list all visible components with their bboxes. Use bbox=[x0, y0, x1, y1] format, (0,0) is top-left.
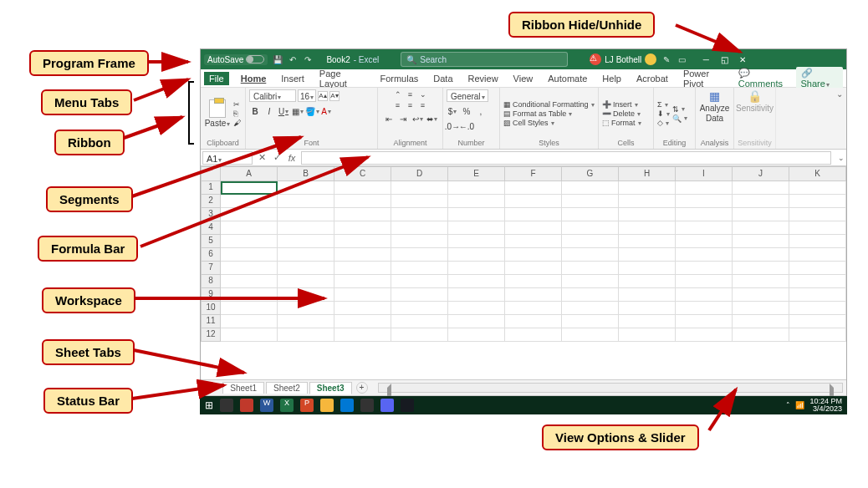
row-header[interactable]: 4 bbox=[201, 221, 221, 235]
cell[interactable] bbox=[391, 328, 448, 342]
cell[interactable] bbox=[391, 195, 448, 208]
tab-power-pivot[interactable]: Power Pivot bbox=[680, 67, 730, 90]
tab-home[interactable]: Home bbox=[237, 72, 270, 85]
sort-filter-icon[interactable]: ⇅ bbox=[672, 105, 687, 114]
cell[interactable] bbox=[505, 302, 562, 315]
comma-icon[interactable]: , bbox=[475, 105, 487, 117]
cell[interactable] bbox=[562, 181, 619, 195]
account-button[interactable]: ⚠ LJ Bothell bbox=[590, 53, 656, 65]
row-header[interactable]: 3 bbox=[201, 208, 221, 221]
tab-automate[interactable]: Automate bbox=[544, 72, 590, 85]
cell[interactable] bbox=[789, 288, 846, 302]
cell[interactable] bbox=[334, 328, 391, 342]
cell[interactable] bbox=[221, 302, 278, 315]
tray-chevron-icon[interactable]: ˄ bbox=[786, 401, 790, 409]
tab-help[interactable]: Help bbox=[599, 72, 625, 85]
cell[interactable] bbox=[789, 248, 846, 262]
cell[interactable] bbox=[733, 302, 789, 315]
cell[interactable] bbox=[448, 328, 505, 342]
cell[interactable] bbox=[391, 262, 448, 275]
cell[interactable] bbox=[505, 315, 562, 328]
cell[interactable] bbox=[391, 302, 448, 315]
cell[interactable] bbox=[278, 328, 334, 342]
cell[interactable] bbox=[278, 235, 334, 248]
cell[interactable] bbox=[619, 235, 676, 248]
cell[interactable] bbox=[619, 288, 676, 302]
cell[interactable] bbox=[278, 248, 334, 262]
cell[interactable] bbox=[676, 262, 733, 275]
save-icon[interactable]: 💾 bbox=[273, 54, 283, 64]
cell-styles-button[interactable]: ▨ Cell Styles bbox=[503, 119, 595, 127]
column-header[interactable]: A bbox=[221, 166, 278, 181]
sheet-tab-3[interactable]: Sheet3 bbox=[309, 382, 352, 394]
percent-icon[interactable]: % bbox=[461, 105, 472, 117]
steam-icon[interactable] bbox=[401, 399, 414, 412]
cell[interactable] bbox=[562, 315, 619, 328]
conditional-formatting-button[interactable]: ▦ Conditional Formatting bbox=[503, 100, 595, 109]
cell[interactable] bbox=[221, 248, 278, 262]
cell[interactable] bbox=[789, 262, 846, 275]
cell[interactable] bbox=[619, 275, 676, 288]
row-header[interactable]: 6 bbox=[201, 248, 221, 262]
task-view-icon[interactable] bbox=[220, 399, 233, 412]
horizontal-scrollbar[interactable] bbox=[378, 383, 843, 393]
cell[interactable] bbox=[221, 208, 278, 221]
cell[interactable] bbox=[448, 195, 505, 208]
font-color-icon[interactable]: A bbox=[320, 105, 332, 117]
cell[interactable] bbox=[619, 195, 676, 208]
cut-icon[interactable]: ✂ bbox=[233, 100, 241, 109]
borders-icon[interactable]: ▦ bbox=[292, 105, 304, 117]
cell[interactable] bbox=[448, 235, 505, 248]
analyze-data-icon[interactable]: ▦ bbox=[709, 89, 720, 103]
cell[interactable] bbox=[733, 208, 789, 221]
cell[interactable] bbox=[505, 208, 562, 221]
cell[interactable] bbox=[619, 208, 676, 221]
row-header[interactable]: 10 bbox=[201, 302, 221, 315]
tab-view[interactable]: View bbox=[510, 72, 537, 85]
tab-formulas[interactable]: Formulas bbox=[376, 72, 421, 85]
cell[interactable] bbox=[334, 208, 391, 221]
cell[interactable] bbox=[562, 208, 619, 221]
cell[interactable] bbox=[221, 195, 278, 208]
row-header[interactable]: 2 bbox=[201, 195, 221, 208]
cell[interactable] bbox=[619, 262, 676, 275]
cell[interactable] bbox=[448, 288, 505, 302]
cell[interactable] bbox=[562, 302, 619, 315]
format-as-table-button[interactable]: ▤ Format as Table bbox=[503, 109, 595, 118]
app-icon[interactable] bbox=[320, 399, 334, 412]
cell[interactable] bbox=[676, 315, 733, 328]
increase-font-icon[interactable]: A▴ bbox=[318, 91, 328, 101]
decrease-font-icon[interactable]: A▾ bbox=[329, 91, 340, 101]
cell[interactable] bbox=[789, 195, 846, 208]
column-header[interactable]: C bbox=[334, 166, 391, 181]
cell[interactable] bbox=[334, 235, 391, 248]
row-header[interactable]: 8 bbox=[201, 275, 221, 288]
row-header[interactable]: 5 bbox=[201, 235, 221, 248]
cell[interactable] bbox=[221, 262, 278, 275]
cell[interactable] bbox=[391, 315, 448, 328]
cell[interactable] bbox=[733, 262, 789, 275]
autosum-icon[interactable]: Σ bbox=[657, 100, 670, 109]
cell[interactable] bbox=[619, 328, 676, 342]
app-icon[interactable] bbox=[340, 399, 354, 412]
cell[interactable] bbox=[733, 195, 789, 208]
column-header[interactable]: H bbox=[619, 166, 676, 181]
cell[interactable] bbox=[334, 221, 391, 235]
cell[interactable] bbox=[221, 328, 278, 342]
cell[interactable] bbox=[562, 328, 619, 342]
decrease-indent-icon[interactable]: ⇤ bbox=[383, 113, 395, 125]
cell[interactable] bbox=[562, 221, 619, 235]
font-size-select[interactable]: 16 bbox=[298, 89, 316, 102]
sheet-tab-2[interactable]: Sheet2 bbox=[266, 382, 308, 394]
align-bottom-icon[interactable]: ⌄ bbox=[417, 89, 429, 99]
cell[interactable] bbox=[789, 181, 846, 195]
powerpoint-icon[interactable]: P bbox=[300, 399, 314, 412]
column-header[interactable]: I bbox=[676, 166, 733, 181]
format-cells-button[interactable]: ⬚ Format bbox=[602, 119, 641, 127]
underline-button[interactable]: U bbox=[278, 105, 289, 117]
tab-review[interactable]: Review bbox=[465, 72, 502, 85]
cell[interactable] bbox=[562, 275, 619, 288]
format-painter-icon[interactable]: 🖌 bbox=[233, 119, 241, 127]
select-all-corner[interactable] bbox=[201, 166, 221, 181]
cell[interactable] bbox=[334, 181, 391, 195]
